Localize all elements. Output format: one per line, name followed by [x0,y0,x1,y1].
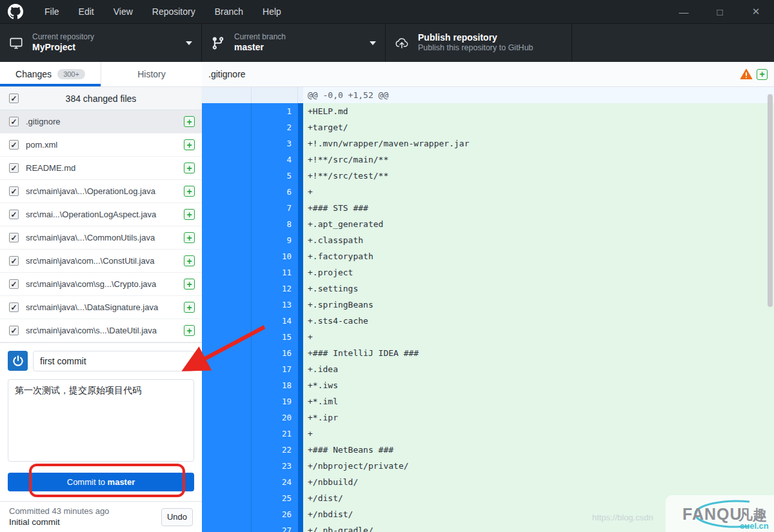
minimize-button[interactable]: — [666,0,702,23]
diff-new-line-number[interactable]: 20 [252,409,298,426]
diff-new-line-number[interactable]: 21 [252,426,298,442]
publish-repository-button[interactable]: Publish repository Publish this reposito… [386,24,572,62]
diff-new-line-number[interactable] [252,87,298,103]
diff-new-line-number[interactable]: 7 [252,200,298,216]
diff-new-line-number[interactable]: 17 [252,361,298,377]
diff-old-line-gutter[interactable] [202,281,252,297]
menu-item-file[interactable]: File [35,6,69,17]
tab-changes[interactable]: Changes 300+ [0,62,101,86]
current-repository-dropdown[interactable]: Current repository MyProject [0,24,202,62]
diff-new-line-number[interactable]: 10 [252,248,298,264]
diff-old-line-gutter[interactable] [202,474,252,490]
diff-new-line-number[interactable]: 27 [252,522,298,532]
file-checkbox[interactable] [9,163,19,173]
file-checkbox[interactable] [9,302,19,312]
file-row[interactable]: src\main\java\...\DataSignature.java+ [0,296,202,319]
diff-old-line-gutter[interactable] [202,361,252,377]
diff-new-line-number[interactable]: 13 [252,297,298,313]
current-branch-dropdown[interactable]: Current branch master [202,24,386,62]
diff-new-line-number[interactable]: 6 [252,184,298,200]
diff-old-line-gutter[interactable] [202,103,252,119]
file-row[interactable]: pom.xml+ [0,133,202,157]
close-button[interactable]: ✕ [738,0,774,23]
diff-new-line-number[interactable]: 23 [252,458,298,474]
file-row[interactable]: src\main\java\com...\ConstUtil.java+ [0,250,202,273]
diff-new-line-number[interactable]: 11 [252,264,298,281]
diff-old-line-gutter[interactable] [202,490,252,506]
diff-old-line-gutter[interactable] [202,184,252,200]
file-row[interactable]: src\main\java\...\OperationLog.java+ [0,180,202,203]
diff-old-line-gutter[interactable] [202,200,252,216]
diff-new-line-number[interactable]: 18 [252,377,298,393]
diff-gutter-strip [298,119,303,135]
diff-old-line-gutter[interactable] [202,119,252,135]
diff-old-line-gutter[interactable] [202,152,252,168]
diff-new-line-number[interactable]: 9 [252,232,298,248]
diff-new-line-number[interactable]: 8 [252,216,298,232]
diff-gutter-strip [298,248,303,264]
file-row[interactable]: .gitignore+ [0,110,202,133]
diff-new-line-number[interactable]: 14 [252,313,298,329]
diff-new-line-number[interactable]: 16 [252,345,298,361]
diff-old-line-gutter[interactable] [202,409,252,426]
diff-old-line-gutter[interactable] [202,522,252,532]
file-checkbox[interactable] [9,186,19,196]
warning-icon[interactable] [740,68,753,80]
menu-item-view[interactable]: View [104,6,143,17]
diff-old-line-gutter[interactable] [202,297,252,313]
maximize-button[interactable]: □ [702,0,738,23]
diff-new-line-number[interactable]: 26 [252,506,298,522]
diff-old-line-gutter[interactable] [202,264,252,281]
diff-old-line-gutter[interactable] [202,248,252,264]
commit-summary-input[interactable] [33,351,194,371]
file-row[interactable]: src\main\java\com\sg...\Crypto.java+ [0,273,202,296]
file-checkbox[interactable] [9,210,19,219]
diff-new-line-number[interactable]: 3 [252,135,298,152]
diff-new-line-number[interactable]: 25 [252,490,298,506]
diff-new-line-number[interactable]: 2 [252,119,298,135]
diff-new-line-number[interactable]: 12 [252,281,298,297]
file-row[interactable]: src\main\java\com\s...\DateUtil.java+ [0,319,202,342]
diff-old-line-gutter[interactable] [202,393,252,409]
diff-new-line-number[interactable]: 22 [252,442,298,458]
diff-new-line-number[interactable]: 4 [252,152,298,168]
diff-old-line-gutter[interactable] [202,135,252,152]
menu-item-repository[interactable]: Repository [143,6,205,17]
file-row[interactable]: src\main\java\...\CommonUtils.java+ [0,226,202,250]
file-checkbox[interactable] [9,279,19,289]
file-checkbox[interactable] [9,117,19,126]
diff-old-line-gutter[interactable] [202,506,252,522]
diff-old-line-gutter[interactable] [202,329,252,345]
menu-item-edit[interactable]: Edit [69,6,104,17]
diff-new-line-number[interactable]: 24 [252,474,298,490]
diff-scrollbar[interactable] [768,94,773,307]
diff-old-line-gutter[interactable] [202,168,252,184]
undo-button[interactable]: Undo [161,508,193,526]
diff-old-line-gutter[interactable] [202,442,252,458]
diff-line-row: 7+### STS ### [202,200,774,216]
diff-old-line-gutter[interactable] [202,458,252,474]
diff-old-line-gutter[interactable] [202,87,252,103]
file-row[interactable]: README.md+ [0,157,202,180]
diff-new-line-number[interactable]: 19 [252,393,298,409]
diff-new-line-number[interactable]: 15 [252,329,298,345]
commit-to-master-button[interactable]: Commit to master [8,473,194,491]
file-row[interactable]: src\mai...\OperationLogAspect.java+ [0,203,202,226]
diff-old-line-gutter[interactable] [202,345,252,361]
diff-old-line-gutter[interactable] [202,216,252,232]
commit-description-input[interactable]: 第一次测试，提交原始项目代码 [8,379,194,462]
tab-history[interactable]: History [101,62,202,86]
diff-old-line-gutter[interactable] [202,377,252,393]
diff-old-line-gutter[interactable] [202,313,252,329]
file-checkbox[interactable] [9,326,19,335]
diff-old-line-gutter[interactable] [202,426,252,442]
diff-new-line-number[interactable]: 1 [252,103,298,119]
file-checkbox[interactable] [9,233,19,242]
select-all-checkbox[interactable] [9,94,19,103]
diff-new-line-number[interactable]: 5 [252,168,298,184]
file-checkbox[interactable] [9,140,19,150]
menu-item-help[interactable]: Help [253,6,291,17]
file-checkbox[interactable] [9,256,19,266]
diff-old-line-gutter[interactable] [202,232,252,248]
menu-item-branch[interactable]: Branch [205,6,253,17]
